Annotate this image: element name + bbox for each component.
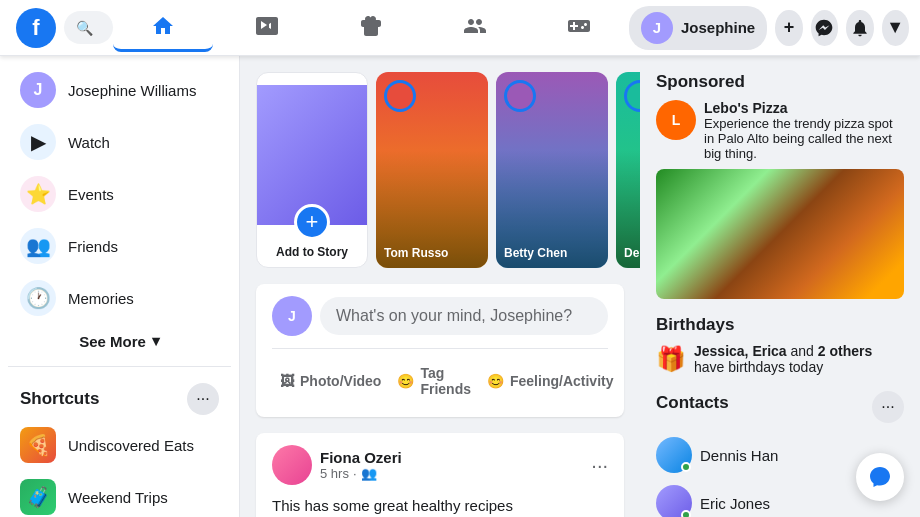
post-author-name: Fiona Ozeri (320, 449, 402, 466)
ad-logo: L (656, 100, 696, 140)
friends-icon: 👥 (20, 228, 56, 264)
contacts-header: Contacts ··· (656, 391, 904, 423)
contact-avatar-dennis (656, 437, 692, 473)
contacts-section: Contacts ··· Dennis Han Eric Jones C (656, 391, 904, 517)
profile-button[interactable]: J Josephine (629, 6, 767, 50)
birthday-and: and (791, 343, 818, 359)
sidebar-item-profile[interactable]: J Josephine Williams (8, 64, 231, 116)
messenger-fab[interactable] (856, 453, 904, 501)
ad-image (656, 169, 904, 299)
photo-icon: 🖼 (280, 373, 294, 389)
events-label: Events (68, 186, 114, 203)
feeling-icon: 😊 (487, 373, 504, 389)
notifications-button[interactable] (846, 10, 873, 46)
story-card-betty[interactable]: Betty Chen (496, 72, 608, 268)
story-avatar-betty (504, 80, 536, 112)
sidebar-item-memories[interactable]: 🕐 Memories (8, 272, 231, 324)
undiscovered-eats-icon: 🍕 (20, 427, 56, 463)
shortcuts-more-button[interactable]: ··· (187, 383, 219, 415)
profile-avatar: J (641, 12, 673, 44)
contact-avatar-eric (656, 485, 692, 517)
post-privacy: 👥 (361, 466, 377, 481)
photo-video-button[interactable]: 🖼 Photo/Video (272, 357, 389, 405)
stories-row: + Add to Story Tom Russo Betty Chen Den (256, 72, 624, 268)
shortcuts-label: Shortcuts (20, 389, 99, 409)
watch-icon: ▶ (20, 124, 56, 160)
ad-description: Experience the trendy pizza spot in Palo… (704, 116, 904, 161)
post-more-button[interactable]: ··· (591, 454, 608, 477)
profile-name: Josephine (681, 19, 755, 36)
add-story-card[interactable]: + Add to Story (256, 72, 368, 268)
memories-icon: 🕐 (20, 280, 56, 316)
friends-label: Friends (68, 238, 118, 255)
birthday-item: 🎁 Jessica, Erica and 2 others have birth… (656, 343, 904, 375)
birthdays-section: Birthdays 🎁 Jessica, Erica and 2 others … (656, 315, 904, 375)
undiscovered-eats-label: Undiscovered Eats (68, 437, 194, 454)
story-name-betty: Betty Chen (504, 246, 600, 260)
contacts-more-button[interactable]: ··· (872, 391, 904, 423)
sponsored-title: Sponsored (656, 72, 904, 92)
story-card-tom[interactable]: Tom Russo (376, 72, 488, 268)
nav-watch-btn[interactable] (217, 4, 317, 52)
memories-label: Memories (68, 290, 134, 307)
post-author-avatar (272, 445, 312, 485)
events-icon: ⭐ (20, 176, 56, 212)
birthday-others: 2 others (818, 343, 872, 359)
weekend-trips-icon: 🧳 (20, 479, 56, 515)
nav-gaming-btn[interactable] (529, 4, 629, 52)
left-sidebar: J Josephine Williams ▶ Watch ⭐ Events 👥 … (0, 56, 240, 517)
right-sidebar: Sponsored L Lebo's Pizza Experience the … (640, 56, 920, 517)
post-input-row: J What's on your mind, Josephine? (272, 296, 608, 336)
feeling-button[interactable]: 😊 Feeling/Activity (479, 357, 621, 405)
nav-home-btn[interactable] (113, 4, 213, 52)
story-avatar-tom (384, 80, 416, 112)
story-name-tom: Tom Russo (384, 246, 480, 260)
sponsored-section: Sponsored L Lebo's Pizza Experience the … (656, 72, 904, 299)
pizza-image (656, 169, 904, 299)
weekend-trips-label: Weekend Trips (68, 489, 168, 506)
tag-icon: 😊 (397, 373, 414, 389)
see-more-button-1[interactable]: See More ▾ (8, 324, 231, 358)
post-user: Fiona Ozeri 5 hrs · 👥 (272, 445, 402, 485)
search-box[interactable]: 🔍 (64, 11, 113, 44)
top-nav: f 🔍 J Josephine + (0, 0, 920, 56)
post-input[interactable]: What's on your mind, Josephine? (320, 297, 608, 335)
feed-post-1: Fiona Ozeri 5 hrs · 👥 ··· This has some … (256, 433, 624, 517)
story-card-dennis[interactable]: Dennis Han (616, 72, 640, 268)
contact-name-eric: Eric Jones (700, 495, 770, 512)
post-box-avatar: J (272, 296, 312, 336)
birthdays-title: Birthdays (656, 315, 904, 335)
post-user-info: Fiona Ozeri 5 hrs · 👥 (320, 449, 402, 481)
post-time: 5 hrs (320, 466, 349, 481)
post-meta: 5 hrs · 👥 (320, 466, 402, 481)
nav-groups-btn[interactable] (425, 4, 525, 52)
story-name-dennis: Dennis Han (624, 246, 640, 260)
nav-left: f 🔍 (16, 8, 113, 48)
add-button[interactable]: + (775, 10, 802, 46)
menu-button[interactable]: ▼ (882, 10, 909, 46)
chevron-down-icon: ▾ (152, 332, 160, 350)
tag-friends-button[interactable]: 😊 Tag Friends (389, 357, 479, 405)
sidebar-item-events[interactable]: ⭐ Events (8, 168, 231, 220)
sidebar-profile-name: Josephine Williams (68, 82, 196, 99)
birthday-suffix: have birthdays today (694, 359, 823, 375)
main-layout: J Josephine Williams ▶ Watch ⭐ Events 👥 … (0, 0, 920, 517)
sidebar-item-undiscovered-eats[interactable]: 🍕 Undiscovered Eats (8, 419, 231, 471)
post-box: J What's on your mind, Josephine? 🖼 Phot… (256, 284, 624, 417)
birthday-names: Jessica, Erica (694, 343, 787, 359)
contact-name-dennis: Dennis Han (700, 447, 778, 464)
sidebar-item-weekend-trips[interactable]: 🧳 Weekend Trips (8, 471, 231, 517)
shortcuts-header: Shortcuts ··· (8, 375, 231, 419)
contacts-title: Contacts (656, 393, 729, 413)
main-feed: + Add to Story Tom Russo Betty Chen Den (240, 56, 640, 517)
ad-name: Lebo's Pizza (704, 100, 904, 116)
nav-center (113, 4, 629, 52)
sidebar-item-friends[interactable]: 👥 Friends (8, 220, 231, 272)
nav-right: J Josephine + ▼ (629, 6, 909, 50)
sidebar-item-watch[interactable]: ▶ Watch (8, 116, 231, 168)
facebook-logo[interactable]: f (16, 8, 56, 48)
add-story-image: + (257, 85, 367, 225)
messenger-button[interactable] (811, 10, 838, 46)
ad-info: Lebo's Pizza Experience the trendy pizza… (704, 100, 904, 161)
nav-marketplace-btn[interactable] (321, 4, 421, 52)
